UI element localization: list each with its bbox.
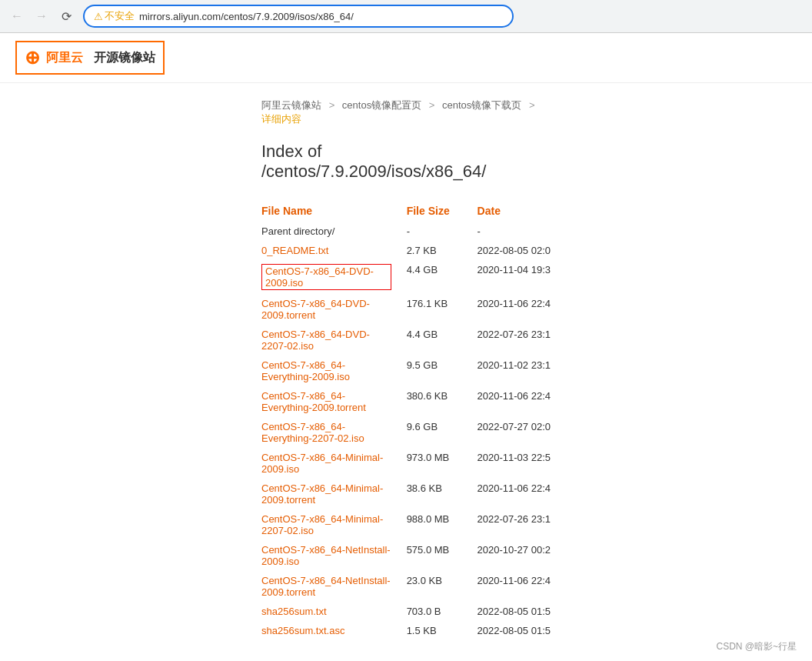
file-name-cell[interactable]: CentOS-7-x86_64-Minimal-2009.torrent	[261, 479, 391, 509]
file-date-cell: 2022-08-05 02:0	[462, 241, 551, 260]
browser-chrome: ← → ⟳ ⚠ 不安全 mirrors.aliyun.com/centos/7.…	[0, 0, 812, 33]
logo-icon: ⊕	[25, 47, 40, 68]
table-header-row: File Name File Size Date	[261, 200, 551, 222]
file-size-cell: 973.0 MB	[391, 448, 462, 479]
file-date-cell: 2020-11-06 22:4	[462, 479, 551, 509]
file-size-cell: 988.0 MB	[391, 509, 462, 540]
file-size-cell: 575.0 MB	[391, 540, 462, 571]
file-link[interactable]: CentOS-7-x86_64-Everything-2009.iso	[261, 359, 350, 382]
file-table: File Name File Size Date Parent director…	[261, 200, 551, 640]
file-date-cell: 2022-08-05 01:5	[462, 621, 551, 640]
file-name-cell[interactable]: CentOS-7-x86_64-Minimal-2207-02.iso	[261, 509, 391, 540]
col-header-date: Date	[462, 200, 551, 222]
file-name-cell[interactable]: CentOS-7-x86_64-NetInstall-2009.iso	[261, 540, 391, 571]
file-name-cell[interactable]: CentOS-7-x86_64-DVD-2009.torrent	[261, 294, 391, 325]
file-date-cell: 2020-11-04 19:3	[462, 260, 551, 294]
file-link[interactable]: sha256sum.txt	[261, 606, 327, 617]
table-row: 0_README.txt2.7 KB2022-08-05 02:0	[261, 241, 551, 260]
file-link[interactable]: CentOS-7-x86_64-Everything-2207-02.iso	[261, 421, 364, 444]
file-link[interactable]: CentOS-7-x86_64-NetInstall-2009.torrent	[261, 575, 391, 598]
logo-slogan: 开源镜像站	[94, 50, 155, 66]
file-link[interactable]: CentOS-7-x86_64-DVD-2009.torrent	[261, 298, 370, 321]
back-button[interactable]: ←	[6, 5, 28, 27]
table-row: CentOS-7-x86_64-NetInstall-2009.torrent2…	[261, 571, 551, 602]
file-date-cell: 2020-11-02 23:1	[462, 356, 551, 386]
nav-buttons: ← → ⟳	[6, 5, 77, 27]
file-size-cell: 4.4 GB	[391, 325, 462, 356]
breadcrumb-item-0[interactable]: 阿里云镜像站	[261, 99, 321, 111]
file-name-cell[interactable]: sha256sum.txt	[261, 602, 391, 621]
file-link[interactable]: sha256sum.txt.asc	[261, 625, 344, 636]
file-link[interactable]: 0_README.txt	[261, 245, 328, 256]
file-size-cell: 1.5 KB	[391, 621, 462, 640]
file-date-cell: 2020-11-06 22:4	[462, 294, 551, 325]
table-row: CentOS-7-x86_64-NetInstall-2009.iso575.0…	[261, 540, 551, 571]
file-date-cell: 2020-11-03 22:5	[462, 448, 551, 479]
breadcrumb: 阿里云镜像站 > centos镜像配置页 > centos镜像下载页 > 详细内…	[261, 98, 551, 126]
file-date-cell: -	[462, 222, 551, 241]
file-link[interactable]: CentOS-7-x86_64-DVD-2207-02.iso	[261, 329, 370, 352]
page-title: Index of /centos/7.9.2009/isos/x86_64/	[261, 142, 551, 182]
file-link[interactable]: CentOS-7-x86_64-Everything-2009.torrent	[261, 390, 366, 413]
url-text: mirrors.aliyun.com/centos/7.9.2009/isos/…	[139, 11, 503, 22]
refresh-button[interactable]: ⟳	[55, 5, 77, 27]
file-size-cell: 176.1 KB	[391, 294, 462, 325]
file-link[interactable]: CentOS-7-x86_64-Minimal-2009.torrent	[261, 482, 383, 506]
warning-icon: ⚠	[94, 11, 103, 22]
table-row: CentOS-7-x86_64-Minimal-2207-02.iso988.0…	[261, 509, 551, 540]
file-size-cell: 703.0 B	[391, 602, 462, 621]
separator-0: >	[329, 99, 338, 111]
file-date-cell: 2022-07-26 23:1	[462, 325, 551, 356]
file-size-cell: 4.4 GB	[391, 260, 462, 294]
separator-1: >	[429, 99, 438, 111]
file-name-cell[interactable]: sha256sum.txt.asc	[261, 621, 391, 640]
table-row: sha256sum.txt703.0 B2022-08-05 01:5	[261, 602, 551, 621]
file-date-cell: 2022-08-05 01:5	[462, 602, 551, 621]
address-bar[interactable]: ⚠ 不安全 mirrors.aliyun.com/centos/7.9.2009…	[83, 5, 514, 28]
table-row: CentOS-7-x86_64-Minimal-2009.iso973.0 MB…	[261, 448, 551, 479]
file-name-cell[interactable]: 0_README.txt	[261, 241, 391, 260]
logo-brand: 阿里云	[46, 50, 83, 66]
file-date-cell: 2020-11-06 22:4	[462, 386, 551, 417]
file-size-cell: 2.7 KB	[391, 241, 462, 260]
breadcrumb-current: 详细内容	[261, 113, 301, 125]
file-date-cell: 2020-11-06 22:4	[462, 571, 551, 602]
file-name-cell: Parent directory/	[261, 222, 391, 241]
file-name-cell[interactable]: CentOS-7-x86_64-Everything-2207-02.iso	[261, 417, 391, 448]
file-link[interactable]: CentOS-7-x86_64-Minimal-2009.iso	[261, 452, 383, 475]
file-name-cell[interactable]: CentOS-7-x86_64-Everything-2009.torrent	[261, 386, 391, 417]
file-name-cell[interactable]: CentOS-7-x86_64-NetInstall-2009.torrent	[261, 571, 391, 602]
table-row: sha256sum.txt.asc1.5 KB2022-08-05 01:5	[261, 621, 551, 640]
file-date-cell: 2022-07-26 23:1	[462, 509, 551, 540]
breadcrumb-item-2[interactable]: centos镜像下载页	[442, 99, 521, 111]
file-name-cell[interactable]: CentOS-7-x86_64-Everything-2009.iso	[261, 356, 391, 386]
site-header: ⊕ 阿里云 开源镜像站	[0, 33, 812, 83]
table-row: CentOS-7-x86_64-DVD-2009.torrent176.1 KB…	[261, 294, 551, 325]
file-size-cell: 23.0 KB	[391, 571, 462, 602]
table-row: CentOS-7-x86_64-Everything-2009.iso9.5 G…	[261, 356, 551, 386]
file-size-cell: 9.5 GB	[391, 356, 462, 386]
logo-box: ⊕ 阿里云 开源镜像站	[15, 41, 165, 75]
col-header-size: File Size	[391, 200, 462, 222]
footer-text: CSDN @暗影~行星	[716, 641, 797, 652]
col-header-name: File Name	[261, 200, 391, 222]
breadcrumb-item-1[interactable]: centos镜像配置页	[342, 99, 421, 111]
table-row: CentOS-7-x86_64-Everything-2207-02.iso9.…	[261, 417, 551, 448]
footer: CSDN @暗影~行星	[716, 640, 797, 653]
file-link-highlighted[interactable]: CentOS-7-x86_64-DVD-2009.iso	[261, 264, 391, 290]
table-row: CentOS-7-x86_64-Minimal-2009.torrent38.6…	[261, 479, 551, 509]
file-name-cell[interactable]: CentOS-7-x86_64-DVD-2207-02.iso	[261, 325, 391, 356]
file-link[interactable]: CentOS-7-x86_64-NetInstall-2009.iso	[261, 544, 391, 567]
forward-button[interactable]: →	[31, 5, 52, 27]
file-size-cell: 380.6 KB	[391, 386, 462, 417]
table-row: Parent directory/--	[261, 222, 551, 241]
file-name-cell[interactable]: CentOS-7-x86_64-Minimal-2009.iso	[261, 448, 391, 479]
file-date-cell: 2020-10-27 00:2	[462, 540, 551, 571]
table-row: CentOS-7-x86_64-DVD-2009.iso4.4 GB2020-1…	[261, 260, 551, 294]
file-date-cell: 2022-07-27 02:0	[462, 417, 551, 448]
file-name-cell[interactable]: CentOS-7-x86_64-DVD-2009.iso	[261, 260, 391, 294]
file-link[interactable]: CentOS-7-x86_64-Minimal-2207-02.iso	[261, 513, 383, 536]
separator-2: >	[529, 99, 535, 111]
table-row: CentOS-7-x86_64-DVD-2207-02.iso4.4 GB202…	[261, 325, 551, 356]
security-warning: ⚠ 不安全	[94, 9, 135, 23]
